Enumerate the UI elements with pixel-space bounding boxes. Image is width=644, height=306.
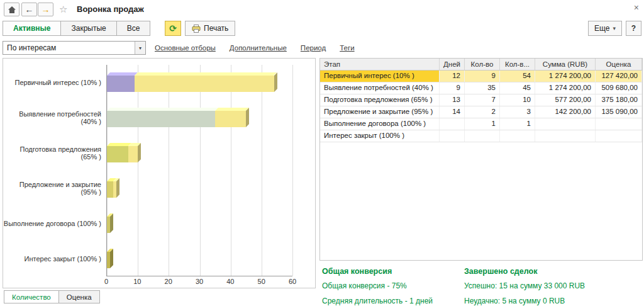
table-row[interactable]: Выявление потребностей (40% )935451 274 … [320, 82, 642, 94]
funnel-bar-segment[interactable] [128, 146, 138, 162]
more-button[interactable]: Еще ▾ [588, 21, 622, 36]
link-tags[interactable]: Теги [340, 44, 354, 52]
link-main-filters[interactable]: Основные отборы [155, 44, 216, 52]
gridline [292, 65, 293, 276]
titlebar: ← → ☆ Воронка продаж × [0, 0, 644, 19]
tab-score[interactable]: Оценка [58, 290, 100, 303]
table-cell[interactable]: 7 [465, 94, 500, 106]
table-cell[interactable]: 12 [440, 71, 465, 82]
summary-deals-title: Завершено сделок [464, 267, 643, 276]
table-cell[interactable]: Выявление потребностей (40% ) [320, 82, 440, 94]
x-tick-label: 40 [226, 278, 234, 285]
home-button[interactable] [4, 3, 19, 16]
column-header-stage[interactable]: Этап [320, 59, 440, 70]
table-cell[interactable]: 13 [440, 94, 465, 106]
help-button[interactable]: ? [626, 21, 641, 36]
back-button[interactable]: ← [21, 3, 37, 16]
funnel-bar-segment[interactable] [107, 111, 215, 127]
toolbar: Активные Закрытые Все ⟳ Печать Еще ▾ ? [3, 21, 641, 37]
funnel-bar[interactable] [107, 181, 292, 198]
link-period[interactable]: Период [301, 44, 326, 52]
bar-top-face [135, 72, 277, 76]
column-header-sum[interactable]: Сумма (RUB) [535, 59, 596, 70]
table-cell[interactable] [465, 130, 500, 142]
funnel-bar-segment[interactable] [215, 111, 246, 127]
funnel-bar-segment[interactable] [107, 217, 110, 233]
funnel-bar[interactable] [107, 146, 292, 162]
combobox-dropdown-icon[interactable]: ▾ [135, 42, 145, 54]
table-cell[interactable]: Предложение и закрытие (95% ) [320, 106, 440, 118]
x-tick-label: 50 [258, 278, 265, 285]
bar-side-face [116, 178, 119, 198]
funnel-bar-segment[interactable] [107, 146, 128, 162]
forward-button[interactable]: → [38, 3, 53, 16]
table-cell[interactable]: 135 090,00 [596, 106, 642, 118]
bar-side-face [138, 143, 141, 162]
funnel-bar-segment[interactable] [113, 181, 116, 198]
close-button[interactable]: × [634, 3, 639, 13]
funnel-bar-segment[interactable] [107, 252, 110, 268]
table-cell[interactable]: 9 [465, 71, 500, 82]
refresh-button[interactable]: ⟳ [165, 21, 181, 36]
summary-conversion-line: Общая конверсия - 75% [322, 281, 462, 290]
table-row[interactable]: Подготовка предложения (65% )13710577 20… [320, 94, 642, 106]
funnel-row [107, 65, 292, 100]
table-cell[interactable]: Выполнение договора (100% ) [320, 118, 440, 130]
table-cell[interactable]: 1 274 200,00 [535, 71, 596, 82]
table-cell[interactable]: 9 [440, 82, 465, 94]
funnel-bar-segment[interactable] [135, 76, 274, 92]
table-row[interactable]: Предложение и закрытие (95% )1423142 200… [320, 106, 642, 118]
table-cell[interactable]: 54 [500, 71, 535, 82]
table-cell[interactable]: Подготовка предложения (65% ) [320, 94, 440, 106]
table-cell[interactable]: 45 [500, 82, 535, 94]
table-cell[interactable] [500, 130, 535, 142]
table-row[interactable]: Выполнение договора (100% )11 [320, 118, 642, 130]
print-button[interactable]: Печать [185, 21, 235, 36]
column-header-count[interactable]: Кол-во [465, 59, 500, 70]
funnel-bar[interactable] [107, 111, 292, 127]
tab-all[interactable]: Все [116, 21, 151, 36]
table-cell[interactable]: 1 [465, 118, 500, 130]
bar-top-face [107, 108, 218, 111]
table-cell[interactable]: 1 274 200,00 [535, 82, 596, 94]
status-tab-group: Активные Закрытые Все [3, 21, 150, 36]
table-cell[interactable]: 2 [465, 106, 500, 118]
table-cell[interactable] [596, 130, 642, 142]
table-cell[interactable]: 14 [440, 106, 465, 118]
link-additional[interactable]: Дополнительные [230, 44, 287, 52]
tab-quantity[interactable]: Количество [4, 290, 59, 303]
table-cell[interactable]: 142 200,00 [535, 106, 596, 118]
table-row[interactable]: Первичный интерес (10% )129541 274 200,0… [320, 71, 642, 82]
column-header-count-total[interactable]: Кол-в... [500, 59, 535, 70]
tab-active[interactable]: Активные [3, 21, 61, 36]
grouping-combobox[interactable]: По интересам ▾ [3, 41, 146, 55]
table-cell[interactable] [440, 130, 465, 142]
funnel-category-label: Интерес закрыт (100% ) [3, 241, 106, 276]
table-row[interactable]: Интерес закрыт (100% ) [320, 130, 642, 142]
table-cell[interactable] [535, 118, 596, 130]
funnel-bar-segment[interactable] [107, 76, 135, 92]
favorite-star-icon[interactable]: ☆ [59, 4, 67, 15]
table-cell[interactable] [440, 118, 465, 130]
table-cell[interactable]: Интерес закрыт (100% ) [320, 130, 440, 142]
table-cell[interactable] [596, 118, 642, 130]
table-cell[interactable]: 375 180,00 [596, 94, 642, 106]
table-cell[interactable]: 127 420,00 [596, 71, 642, 82]
table-cell[interactable] [535, 130, 596, 142]
funnel-bar[interactable] [107, 252, 292, 268]
table-cell[interactable]: Первичный интерес (10% ) [320, 71, 440, 82]
table-cell[interactable]: 509 680,00 [596, 82, 642, 94]
table-cell[interactable]: 577 200,00 [535, 94, 596, 106]
table-cell[interactable]: 35 [465, 82, 500, 94]
summary-success-line: Успешно: 15 на сумму 33 000 RUB [464, 281, 643, 290]
funnel-bar[interactable] [107, 217, 292, 233]
table-cell[interactable]: 3 [500, 106, 535, 118]
tab-closed[interactable]: Закрытые [60, 21, 116, 36]
chart-mode-tabs: Количество Оценка [4, 290, 99, 303]
funnel-bar[interactable] [107, 76, 292, 92]
table-cell[interactable]: 10 [500, 94, 535, 106]
column-header-score[interactable]: Оценка [596, 59, 642, 70]
table-cell[interactable]: 1 [500, 118, 535, 130]
column-header-days[interactable]: Дней [440, 59, 465, 70]
funnel-bar-segment[interactable] [107, 181, 113, 198]
